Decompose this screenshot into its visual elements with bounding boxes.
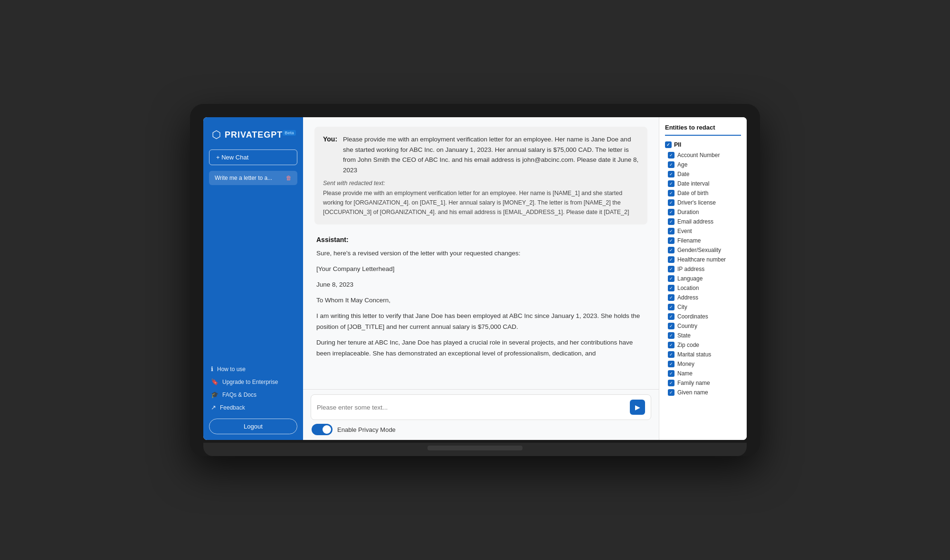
entity-item-22[interactable]: Money [665,359,741,369]
you-label: You: [323,135,337,143]
entity-checkbox-9[interactable] [668,237,674,244]
entity-item-25[interactable]: Given name [665,388,741,397]
entity-label-13: Language [677,275,703,282]
entity-item-19[interactable]: State [665,331,741,340]
laptop-base [203,443,747,456]
delete-icon[interactable]: 🗑 [286,175,292,181]
entity-item-6[interactable]: Duration [665,207,741,217]
entity-item-14[interactable]: Location [665,283,741,293]
input-area: ▶ Enable Privacy Mode [303,389,659,440]
user-message-block: You: Please provide me with an employmen… [314,127,647,224]
entity-list: Account NumberAgeDateDate intervalDate o… [665,150,741,397]
entity-item-5[interactable]: Driver's license [665,198,741,207]
entity-checkbox-16[interactable] [668,304,674,310]
entity-label-18: Country [677,323,697,329]
entity-item-12[interactable]: IP address [665,264,741,274]
entity-item-13[interactable]: Language [665,274,741,283]
entity-label-7: Email address [677,218,713,225]
entity-checkbox-2[interactable] [668,171,674,177]
entity-checkbox-1[interactable] [668,161,674,168]
entity-item-2[interactable]: Date [665,169,741,179]
entity-checkbox-13[interactable] [668,275,674,282]
entity-item-7[interactable]: Email address [665,217,741,226]
entity-checkbox-24[interactable] [668,380,674,386]
entity-checkbox-3[interactable] [668,180,674,187]
entity-item-8[interactable]: Event [665,226,741,236]
entity-label-6: Duration [677,209,699,215]
entity-item-23[interactable]: Name [665,369,741,378]
upgrade-link[interactable]: 🔖 Upgrade to Enterprise [209,375,297,388]
letter-line-0: [Your Company Letterhead] [316,264,646,275]
faqs-icon: 🎓 [211,391,218,398]
sidebar: ⬡ PRIVATEGPTBeta + New Chat Write me a l… [203,117,303,440]
how-to-use-link[interactable]: ℹ How to use [209,363,297,375]
entity-checkbox-12[interactable] [668,266,674,272]
entity-label-5: Driver's license [677,199,716,206]
feedback-link[interactable]: ↗ Feedback [209,401,297,414]
entity-label-4: Date of birth [677,190,708,196]
entity-checkbox-20[interactable] [668,342,674,348]
entity-item-0[interactable]: Account Number [665,150,741,160]
entity-label-20: Zip code [677,342,699,348]
send-button[interactable]: ▶ [630,400,645,415]
entity-label-0: Account Number [677,152,720,159]
entity-item-9[interactable]: Filename [665,236,741,245]
entity-item-1[interactable]: Age [665,160,741,169]
entity-item-3[interactable]: Date interval [665,179,741,188]
entity-checkbox-6[interactable] [668,209,674,215]
entities-title: Entities to redact [665,124,741,136]
entity-checkbox-15[interactable] [668,294,674,301]
entity-checkbox-14[interactable] [668,285,674,291]
main-chat-area: You: Please provide me with an employmen… [303,117,659,440]
letter-line-2: To Whom It May Concern, [316,295,646,306]
entity-checkbox-18[interactable] [668,323,674,329]
entity-checkbox-11[interactable] [668,256,674,263]
entity-label-14: Location [677,285,699,291]
entity-checkbox-5[interactable] [668,199,674,206]
entity-item-10[interactable]: Gender/Sexuality [665,245,741,255]
entity-checkbox-17[interactable] [668,313,674,320]
entity-item-20[interactable]: Zip code [665,340,741,350]
entity-item-11[interactable]: Healthcare number [665,255,741,264]
entity-checkbox-25[interactable] [668,389,674,396]
entity-label-22: Money [677,361,694,367]
entity-item-21[interactable]: Marital status [665,350,741,359]
entity-label-2: Date [677,171,689,177]
redacted-text: Please provide me with an employment ver… [323,188,639,217]
entity-checkbox-23[interactable] [668,370,674,377]
upgrade-icon: 🔖 [211,378,218,385]
entity-checkbox-22[interactable] [668,361,674,367]
entity-item-15[interactable]: Address [665,293,741,302]
entity-checkbox-10[interactable] [668,247,674,253]
laptop-frame: ⬡ PRIVATEGPTBeta + New Chat Write me a l… [190,104,760,456]
feedback-icon: ↗ [211,404,216,411]
entity-label-19: State [677,332,691,339]
entity-label-23: Name [677,370,693,377]
new-chat-button[interactable]: + New Chat [209,149,297,165]
pii-checkbox[interactable] [665,141,672,148]
entity-item-4[interactable]: Date of birth [665,188,741,198]
entity-label-24: Family name [677,380,710,386]
entity-label-8: Event [677,228,692,234]
entity-item-24[interactable]: Family name [665,378,741,388]
entity-checkbox-7[interactable] [668,218,674,225]
entity-checkbox-19[interactable] [668,332,674,339]
entity-item-18[interactable]: Country [665,321,741,331]
privacy-mode-toggle[interactable] [312,424,332,435]
entity-checkbox-4[interactable] [668,190,674,196]
chat-input[interactable] [317,404,626,411]
privacy-mode-label: Enable Privacy Mode [337,426,396,433]
info-icon: ℹ [211,365,213,373]
logo-icon: ⬡ [212,129,221,141]
entity-checkbox-0[interactable] [668,152,674,159]
privacy-toggle-row: Enable Privacy Mode [311,424,651,435]
entity-item-17[interactable]: Coordinates [665,312,741,321]
logout-button[interactable]: Logout [209,419,297,434]
sidebar-bottom: ℹ How to use 🔖 Upgrade to Enterprise 🎓 F… [203,357,303,440]
entity-item-16[interactable]: City [665,302,741,312]
chat-history-item[interactable]: Write me a letter to a... 🗑 [209,171,297,185]
entity-checkbox-8[interactable] [668,228,674,234]
entity-label-3: Date interval [677,180,709,187]
faqs-link[interactable]: 🎓 FAQs & Docs [209,388,297,401]
entity-checkbox-21[interactable] [668,351,674,358]
